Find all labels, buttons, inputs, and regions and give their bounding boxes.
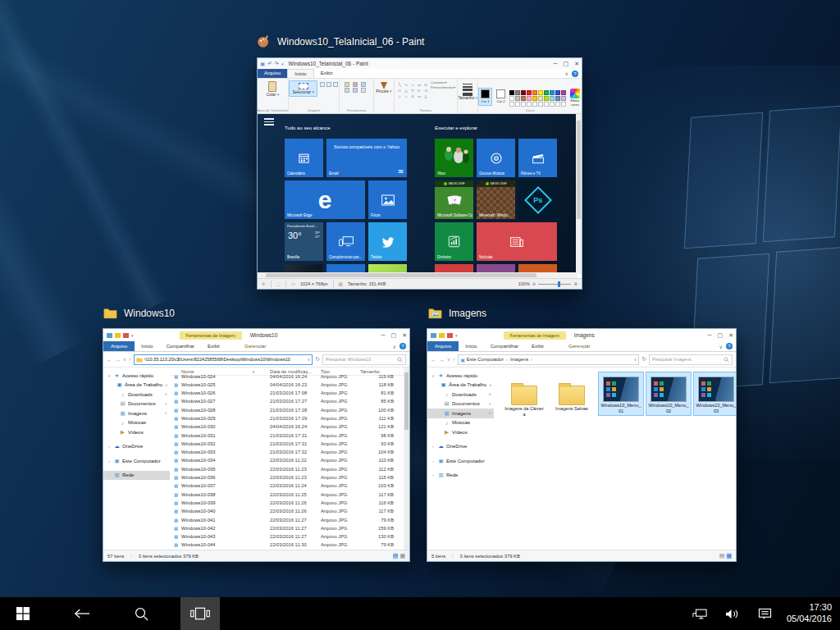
start-tile-email[interactable]: Somos compatíveis com o Yahoo✉Email	[326, 139, 407, 177]
file-row[interactable]: ▦Windows10-03221/03/2016 17:31Arquivo JP…	[170, 440, 404, 448]
file-row[interactable]: ▦Windows10-02621/03/2016 17:08Arquivo JP…	[170, 390, 404, 398]
resize-icon[interactable]	[326, 82, 331, 87]
palette-color[interactable]	[532, 96, 537, 101]
tab-exibir[interactable]: Exibir	[201, 341, 226, 351]
palette-color[interactable]	[532, 102, 537, 107]
back-icon[interactable]: ←	[431, 357, 436, 363]
tab-inicio[interactable]: Início	[459, 341, 483, 351]
file-row[interactable]: ▦Windows10-03822/03/2016 11:25Arquivo JP…	[170, 491, 404, 499]
qat-properties-icon[interactable]	[447, 333, 453, 338]
address-dropdown-icon[interactable]: ∨	[307, 357, 310, 362]
sidebar-item-downloads[interactable]: ↓Downloads∗	[103, 390, 170, 399]
maximize-button[interactable]: ▢	[564, 59, 569, 69]
palette-color[interactable]	[561, 90, 566, 95]
minimize-button[interactable]: ─	[554, 59, 558, 69]
paint-window[interactable]: ▣ ↶ ↷ ▾ Windows10_TelaInicial_06 - Paint…	[257, 57, 582, 290]
qat-computer-icon[interactable]	[431, 333, 436, 338]
close-button[interactable]: ✕	[574, 59, 579, 69]
folder-item[interactable]: Imagens da Câmera	[502, 372, 546, 418]
refresh-icon[interactable]: ↻	[315, 356, 320, 363]
palette-color[interactable]	[538, 96, 543, 101]
expander-icon[interactable]: ›	[431, 459, 436, 463]
minimize-button[interactable]: ─	[381, 331, 386, 340]
tab-arquivo[interactable]: Arquivo	[427, 341, 459, 351]
volume-tray-icon[interactable]	[716, 597, 749, 630]
fill-icon[interactable]	[345, 88, 349, 93]
close-button[interactable]: ✕	[402, 331, 407, 340]
file-row[interactable]: ▦Windows10-02921/03/2016 17:29Arquivo JP…	[170, 414, 404, 422]
address-breadcrumb[interactable]: ▣ Este Computador › Imagens › ∨	[458, 354, 639, 365]
color-palette[interactable]	[509, 90, 566, 107]
tab-compartilhar[interactable]: Compartilhar	[484, 341, 525, 351]
taskview-label-windows10[interactable]: Windows10	[103, 307, 175, 319]
shapes-gallery[interactable]: ╲∿○▭◇ □△▽▷◁ ☆○◇▭△	[396, 82, 429, 99]
palette-color[interactable]	[527, 102, 532, 107]
select-button[interactable]: Selecionar ▾	[289, 80, 317, 97]
task-view-button[interactable]	[180, 597, 220, 630]
palette-color[interactable]	[532, 90, 537, 95]
sidebar-item-m-sicas[interactable]: ♪Músicas	[427, 418, 494, 428]
vertical-scrollbar[interactable]	[576, 114, 582, 274]
breadcrumb-imagens[interactable]: Imagens	[510, 357, 528, 362]
color2-button[interactable]: Cor 2	[495, 89, 507, 104]
image-item-selected[interactable]: Windows10_Menu_03	[694, 372, 736, 415]
paint-tab-inicio[interactable]: Início	[287, 69, 313, 78]
up-icon[interactable]: ↑	[129, 357, 132, 363]
maximize-button[interactable]: ▢	[391, 331, 397, 340]
search-input[interactable]: Pesquisar Windows10	[322, 354, 406, 365]
sidebar-item-este-computador[interactable]: ›▣Este Computador	[427, 456, 494, 466]
file-row[interactable]: ▦Windows10-02504/04/2016 16:23Arquivo JP…	[170, 381, 404, 389]
file-row[interactable]: ▦Windows10-04122/03/2016 11:27Arquivo JP…	[170, 516, 404, 524]
palette-color[interactable]	[550, 102, 555, 107]
palette-color[interactable]	[538, 90, 543, 95]
sidebar-item-imagens[interactable]: ▦Imagens∗	[427, 409, 494, 418]
icons-view-icon[interactable]: ▦	[726, 553, 732, 559]
paint-tab-exibir[interactable]: Exibir	[314, 69, 340, 78]
tab-compartilhar[interactable]: Compartilhar	[160, 341, 201, 351]
action-center-tray-icon[interactable]	[749, 597, 782, 630]
file-row[interactable]: ▦Windows10-02721/03/2016 17:27Arquivo JP…	[170, 398, 404, 406]
sidebar-item--rea-de-trabalho[interactable]: ▣Área de Trabalho∗	[427, 381, 494, 390]
color1-button[interactable]: Cor 1	[478, 88, 492, 105]
rotate-icon[interactable]	[333, 82, 338, 87]
file-row[interactable]: ▦Windows10-03121/03/2016 17:31Arquivo JP…	[170, 431, 404, 440]
file-row[interactable]: ▦Windows10-03622/03/2016 11:23Arquivo JP…	[170, 474, 404, 482]
palette-color[interactable]	[561, 102, 566, 107]
context-ribbon-tab[interactable]: Ferramentas de Imagem	[180, 331, 242, 340]
qat-dropdown-icon[interactable]: ▾	[281, 62, 284, 66]
tab-gerenciar[interactable]: Gerenciar	[238, 341, 272, 351]
ribbon-collapse-icon[interactable]: ∨	[719, 344, 723, 349]
palette-color[interactable]	[544, 90, 549, 95]
brushes-button[interactable]: Pincéis ▾	[376, 80, 391, 94]
start-tile-xbox[interactable]: Xbox	[435, 139, 473, 177]
back-icon[interactable]: ←	[107, 357, 112, 363]
magnifier-icon[interactable]	[361, 88, 366, 93]
ribbon-collapse-icon[interactable]: ∧	[565, 71, 568, 76]
expander-icon[interactable]: ›	[431, 444, 436, 449]
start-tile-groove[interactable]: Groove Música	[477, 139, 515, 177]
file-row[interactable]: ▦Windows10-03922/03/2016 11:26Arquivo JP…	[170, 499, 404, 507]
file-row[interactable]: ▦Windows10-03321/03/2016 17:32Arquivo JP…	[170, 449, 404, 457]
tab-arquivo[interactable]: Arquivo	[103, 341, 135, 351]
paste-button[interactable]: Colar ▾	[267, 80, 279, 98]
start-tile-solitaire[interactable]: ♦XBOX LIVEMicrosoft Solitaire Collection	[435, 180, 473, 219]
fill-style-button[interactable]: Preenchimento ▾	[431, 85, 455, 90]
palette-color[interactable]	[509, 90, 514, 95]
expander-icon[interactable]: ›	[107, 444, 112, 449]
file-row[interactable]: ▦Windows10-04422/03/2016 11:30Arquivo JP…	[170, 541, 404, 550]
palette-color[interactable]	[521, 102, 526, 107]
back-button[interactable]	[62, 597, 102, 630]
palette-color[interactable]	[515, 90, 520, 95]
palette-color[interactable]	[515, 102, 520, 107]
start-button[interactable]	[3, 597, 43, 630]
horizontal-scrollbar[interactable]	[258, 272, 578, 278]
tab-exibir[interactable]: Exibir	[525, 341, 550, 351]
palette-color[interactable]	[561, 96, 566, 101]
folder-item[interactable]: Imagens Salvas	[550, 372, 594, 413]
sidebar-item-v-deos[interactable]: ▶Vídeos	[103, 427, 170, 437]
file-row[interactable]: ▦Windows10-04222/03/2016 11:27Arquivo JP…	[170, 524, 404, 532]
sidebar-item-rede[interactable]: ›▥Rede	[427, 471, 494, 481]
qat-dropdown-icon[interactable]: ▾	[455, 333, 458, 338]
palette-color[interactable]	[521, 96, 526, 101]
address-dropdown-icon[interactable]: ∨	[633, 357, 637, 362]
